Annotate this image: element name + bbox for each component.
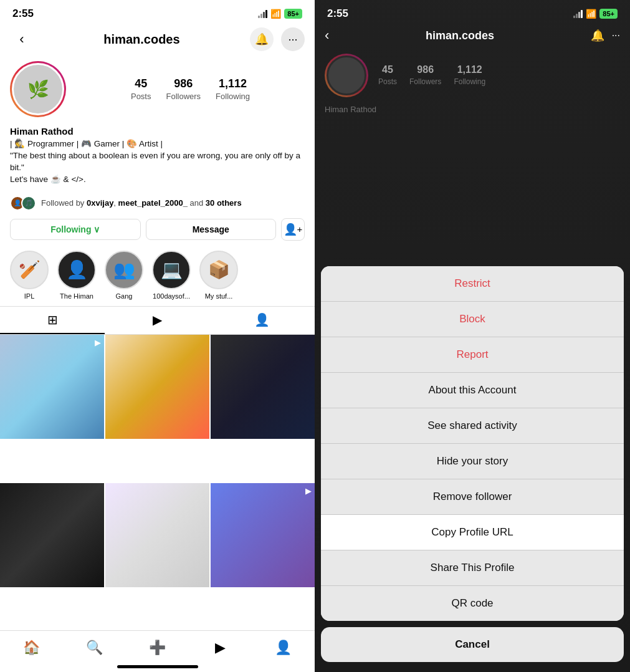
qr-code-menu-item[interactable]: QR code [321, 586, 624, 621]
home-indicator [117, 665, 198, 668]
cancel-button[interactable]: Cancel [321, 627, 624, 662]
following-count: 1,112 [216, 77, 250, 90]
bottom-sheet: Restrict Block Report About this Account… [315, 266, 630, 672]
right-profile-username: himan.codes [426, 29, 494, 42]
post-thumb-5[interactable] [105, 483, 209, 587]
hide-story-menu-item[interactable]: Hide your story [321, 444, 624, 479]
right-avatar [327, 55, 366, 95]
right-bell-icon: 🔔 [591, 29, 604, 42]
highlight-mystuff[interactable]: 📦 My stuf... [199, 251, 238, 300]
highlight-circle-mystuff: 📦 [199, 251, 238, 289]
posts-tab-bar: ⊞ ▶ 👤 [0, 306, 315, 335]
follower-avatar-2: 🎵 [21, 196, 36, 211]
post-thumb-1[interactable]: ▶ [0, 335, 104, 439]
following-stat[interactable]: 1,112 Following [216, 77, 250, 102]
highlights-row: 🏏 IPL 👤 The Himan 👥 Gang 💻 100daysof... … [0, 244, 315, 306]
left-time: 2:55 [12, 7, 34, 20]
wifi-icon: 📶 [270, 9, 281, 19]
highlight-label-ipl: IPL [24, 292, 35, 300]
home-nav-button[interactable]: 🏠 [0, 636, 63, 660]
right-posts-label: Posts [378, 77, 397, 86]
right-followers-label: Followers [409, 77, 441, 86]
video-icon-1: ▶ [95, 338, 101, 347]
left-nav-bar: ‹ himan.codes 🔔 ··· [0, 24, 315, 55]
left-status-icons: 📶 85+ [258, 9, 302, 19]
profile-avatar-ring[interactable]: 🌿 [10, 61, 66, 117]
post-thumb-2[interactable] [105, 335, 209, 439]
search-nav-button[interactable]: 🔍 [63, 636, 126, 660]
battery-indicator: 85+ [284, 9, 302, 19]
right-panel: 2:55 📶 85+ ‹ himan.codes 🔔 ··· [315, 0, 630, 672]
followers-stat[interactable]: 986 Followers [166, 77, 201, 102]
posts-grid: ▶ ▶ [0, 335, 315, 630]
profile-username: himan.codes [103, 32, 179, 47]
highlight-label-gang: Gang [116, 292, 133, 300]
highlight-label-100days: 100daysof... [153, 292, 190, 300]
right-following-label: Following [454, 77, 485, 86]
right-status-bar: 2:55 📶 85+ [315, 0, 630, 24]
right-signal-icon [573, 10, 583, 18]
right-following-count: 1,112 [454, 64, 485, 75]
following-label: Following [216, 92, 250, 101]
back-button[interactable]: ‹ [10, 27, 34, 51]
post-thumb-6[interactable]: ▶ [211, 483, 315, 587]
right-followers-stat: 986 Followers [409, 64, 441, 87]
bio-text: | 🕵️ Programmer | 🎮 Gamer | 🎨 Artist | "… [10, 138, 305, 186]
message-button[interactable]: Message [146, 219, 277, 240]
remove-follower-menu-item[interactable]: Remove follower [321, 479, 624, 515]
right-stats: 45 Posts 986 Followers 1,112 Following [378, 64, 485, 87]
right-more-icon: ··· [612, 30, 620, 41]
right-profile-name: Himan Rathod [315, 103, 630, 115]
following-button[interactable]: Following ∨ [10, 219, 141, 240]
share-profile-menu-item[interactable]: Share This Profile [321, 550, 624, 586]
posts-stat: 45 Posts [131, 77, 151, 102]
highlight-100days[interactable]: 💻 100daysof... [152, 251, 191, 300]
avatar: 🌿 [12, 63, 64, 115]
right-status-icons: 📶 85+ [573, 9, 618, 19]
post-thumb-3[interactable] [211, 335, 315, 439]
report-menu-item[interactable]: Report [321, 337, 624, 373]
highlight-circle-thehiman: 👤 [57, 251, 96, 289]
followers-count: 986 [166, 77, 201, 90]
sheet-menu: Restrict Block Report About this Account… [321, 266, 624, 621]
reels-nav-button[interactable]: ▶ [189, 636, 252, 660]
left-panel: 2:55 📶 85+ ‹ himan.codes 🔔 ··· 🌿 45 [0, 0, 315, 672]
grid-tab-button[interactable]: ⊞ [0, 307, 105, 334]
more-options-button[interactable]: ··· [281, 27, 305, 51]
highlight-gang[interactable]: 👥 Gang [105, 251, 143, 300]
reels-tab-button[interactable]: ▶ [105, 307, 209, 334]
highlight-circle-100days: 💻 [152, 251, 191, 289]
nav-icons: 🔔 ··· [250, 27, 305, 51]
left-status-bar: 2:55 📶 85+ [0, 0, 315, 24]
posts-label: Posts [131, 92, 151, 101]
restrict-menu-item[interactable]: Restrict [321, 266, 624, 302]
copy-profile-url-menu-item[interactable]: Copy Profile URL [321, 515, 624, 550]
add-friend-button[interactable]: 👤+ [281, 218, 305, 241]
notification-bell-button[interactable]: 🔔 [250, 27, 274, 51]
followed-by-text: Followed by 0xvijay, meet_patel_2000_ an… [41, 198, 242, 208]
right-posts-count: 45 [378, 64, 397, 75]
signal-icon [258, 10, 267, 18]
right-profile-preview: 45 Posts 986 Followers 1,112 Following [315, 47, 630, 103]
highlight-circle-gang: 👥 [105, 251, 143, 289]
create-nav-button[interactable]: ➕ [126, 636, 189, 660]
right-wifi-icon: 📶 [586, 9, 596, 19]
highlight-thehiman[interactable]: 👤 The Himan [57, 251, 96, 300]
profile-name: Himan Rathod [10, 126, 305, 137]
tagged-tab-button[interactable]: 👤 [210, 307, 315, 334]
followers-label: Followers [166, 92, 201, 101]
post-thumb-4[interactable] [0, 483, 104, 587]
block-menu-item[interactable]: Block [321, 302, 624, 337]
about-account-menu-item[interactable]: About this Account [321, 373, 624, 408]
video-icon-6: ▶ [305, 486, 312, 496]
right-nav-bar: ‹ himan.codes 🔔 ··· [315, 24, 630, 47]
profile-section: 🌿 45 Posts 986 Followers 1,112 Following [0, 55, 315, 123]
highlight-circle-ipl: 🏏 [10, 251, 49, 289]
right-nav-icons: 🔔 ··· [591, 29, 620, 42]
shared-activity-menu-item[interactable]: See shared activity [321, 408, 624, 444]
follower-avatars: 👤 🎵 [10, 196, 36, 211]
profile-nav-button[interactable]: 👤 [252, 636, 315, 660]
right-time: 2:55 [327, 7, 348, 20]
right-back-button[interactable]: ‹ [325, 27, 329, 44]
highlight-ipl[interactable]: 🏏 IPL [10, 251, 49, 300]
